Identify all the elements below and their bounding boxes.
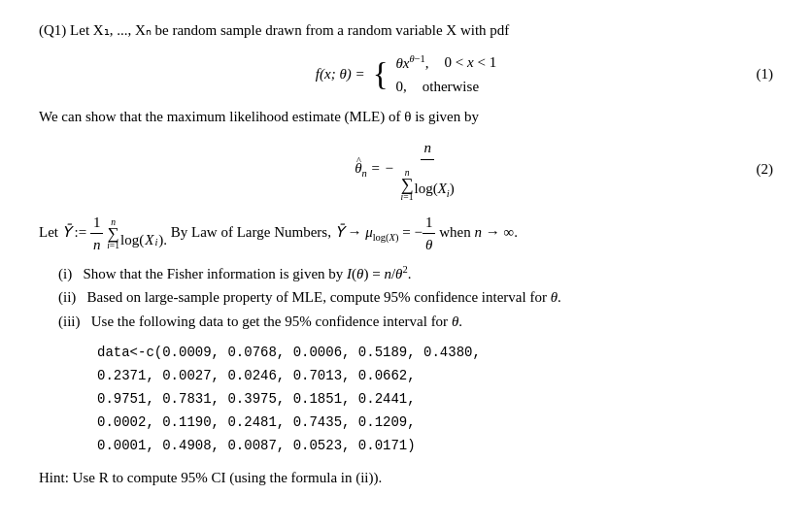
header-text: (Q1) Let X₁, ..., Xₙ be random sample dr…: [39, 22, 509, 38]
part-iii-item: (iii) Use the following data to get the …: [58, 311, 773, 333]
case1-condition: 0 < x < 1: [445, 51, 497, 74]
lln-num: 1: [90, 212, 104, 235]
equation-2-block: ^ θ n = − n n ∑ i=1 log(Xi): [39, 137, 773, 202]
mle-lhs: ^ θ n = −: [355, 157, 393, 182]
case2-condition: otherwise: [423, 76, 479, 98]
case1-expr: θxθ−1,: [395, 51, 428, 75]
eq2-number: (2): [757, 158, 774, 181]
mle-equation: ^ θ n = − n n ∑ i=1 log(Xi): [355, 137, 457, 202]
lln-sum: n ∑ i=1 log(Xi).: [107, 217, 167, 250]
question-header: (Q1) Let X₁, ..., Xₙ be random sample dr…: [39, 19, 773, 42]
part-ii-item: (ii) Based on large-sample property of M…: [58, 286, 773, 309]
hint-content: Hint: Use R to compute 95% CI (using the…: [39, 470, 382, 485]
log-xi: log(Xi): [415, 178, 455, 202]
data-line-3: 0.9751, 0.7831, 0.3975, 0.1851, 0.2441,: [97, 388, 773, 412]
mle-intro-text: We can show that the maximum likelihood …: [39, 106, 773, 128]
part-i-item: (i) Show that the Fisher information is …: [58, 262, 773, 285]
lln-text: Let Ȳ := 1 n n ∑ i=1 log(Xi). By Law of …: [39, 212, 773, 256]
equation-1-block: f(x; θ) = { θxθ−1, 0 < x < 1 0, otherwis…: [39, 51, 773, 98]
data-line-2: 0.2371, 0.0027, 0.0246, 0.7013, 0.0662,: [97, 365, 773, 388]
piecewise-cases: θxθ−1, 0 < x < 1 0, otherwise: [395, 51, 496, 98]
pdf-equation: f(x; θ) = { θxθ−1, 0 < x < 1 0, otherwis…: [316, 51, 496, 98]
sigma-symbol: n ∑ i=1: [401, 168, 414, 202]
mle-numerator: n: [421, 137, 434, 160]
lln-theta-den: θ: [423, 234, 435, 256]
case-1: θxθ−1, 0 < x < 1: [395, 51, 496, 75]
eq1-number: (1): [757, 63, 774, 85]
data-block: data<-c(0.0009, 0.0768, 0.0006, 0.5189, …: [97, 342, 773, 457]
parts-list: (i) Show that the Fisher information is …: [58, 262, 773, 333]
lln-fraction: 1 n: [90, 212, 104, 256]
left-brace: {: [373, 58, 389, 90]
data-line-1: data<-c(0.0009, 0.0768, 0.0006, 0.5189, …: [97, 342, 773, 365]
data-line-4: 0.0002, 0.1190, 0.2481, 0.7435, 0.1209,: [97, 412, 773, 435]
mle-denominator: n ∑ i=1 log(Xi): [398, 160, 457, 202]
data-line-5: 0.0001, 0.4908, 0.0087, 0.0523, 0.0171): [97, 435, 773, 458]
lln-theta-frac: 1θ: [423, 212, 436, 256]
lln-den: n: [90, 234, 104, 256]
hint-text: Hint: Use R to compute 95% CI (using the…: [39, 467, 773, 489]
lln-theta-num: 1: [423, 212, 436, 235]
mle-text-content: We can show that the maximum likelihood …: [39, 109, 479, 124]
case2-expr: 0,: [395, 76, 406, 98]
pdf-lhs: f(x; θ) =: [316, 63, 365, 85]
mle-fraction: n n ∑ i=1 log(Xi): [398, 137, 457, 202]
case-2: 0, otherwise: [395, 76, 496, 98]
main-content: (Q1) Let X₁, ..., Xₙ be random sample dr…: [39, 19, 773, 489]
